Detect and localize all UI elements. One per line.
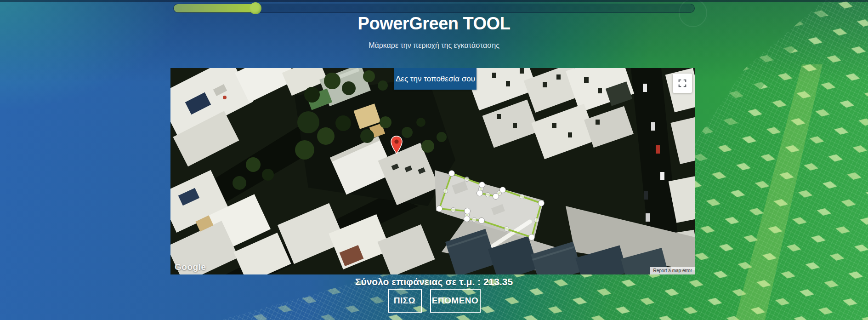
area-total-label: Σύνολο επιφάνειας σε τ.μ. :	[355, 276, 481, 287]
polygon-vertex-handle[interactable]	[477, 190, 483, 196]
polygon-midpoint-handle[interactable]	[472, 217, 477, 222]
area-polygon-svg	[170, 68, 695, 274]
polygon-midpoint-handle[interactable]	[534, 218, 539, 223]
polygon-midpoint-handle[interactable]	[443, 189, 448, 194]
powergreen-wizard-page: PowerGreen TOOL Μάρκαρε την περιοχή της …	[0, 0, 868, 320]
wizard-actions: ΠΙΣΩ ΕΠΟΜΕΝΟ	[0, 289, 868, 313]
polygon-midpoint-handle[interactable]	[465, 177, 469, 182]
page-title: PowerGreen TOOL	[0, 14, 868, 34]
polygon-vertex-handle[interactable]	[479, 218, 485, 224]
progress-bar	[173, 4, 695, 13]
back-button[interactable]: ΠΙΣΩ	[388, 289, 422, 313]
progress-fill	[174, 4, 260, 12]
polygon-vertex-handle[interactable]	[449, 171, 455, 177]
polygon-vertex-handle[interactable]	[465, 208, 471, 214]
top-edge-strip	[0, 0, 868, 2]
area-total-value: 213.35	[483, 276, 513, 287]
progress-knob	[250, 2, 261, 14]
page-subtitle: Μάρκαρε την περιοχή της εγκατάστασης	[0, 41, 868, 50]
fullscreen-button[interactable]	[673, 74, 692, 93]
location-marker-icon[interactable]	[391, 136, 403, 154]
polygon-midpoint-handle[interactable]	[486, 193, 490, 197]
fullscreen-icon	[678, 79, 687, 88]
map-canvas[interactable]: Δες την τοποθεσία σου Google Report a ma…	[170, 68, 695, 274]
polygon-vertex-handle[interactable]	[500, 187, 506, 193]
polygon-midpoint-handle[interactable]	[520, 194, 524, 199]
polygon-vertex-handle[interactable]	[437, 206, 443, 212]
polygon-vertex-handle[interactable]	[529, 234, 535, 240]
polygon-vertex-handle[interactable]	[479, 182, 485, 188]
google-attribution[interactable]: Google	[175, 262, 206, 272]
next-button[interactable]: ΕΠΟΜΕΝΟ	[430, 289, 481, 313]
locate-me-button[interactable]: Δες την τοποθεσία σου	[394, 68, 477, 90]
report-map-error-link[interactable]: Report a map error	[650, 267, 695, 274]
polygon-vertex-handle[interactable]	[539, 200, 545, 206]
polygon-midpoint-handle[interactable]	[451, 208, 456, 212]
polygon-midpoint-handle[interactable]	[505, 227, 509, 231]
area-total-line: Σύνολο επιφάνειας σε τ.μ. : 213.35	[0, 276, 868, 287]
polygon-vertex-handle[interactable]	[493, 194, 499, 200]
drawn-area-polygon[interactable]	[439, 173, 541, 237]
polygon-vertex-handle[interactable]	[464, 216, 470, 222]
